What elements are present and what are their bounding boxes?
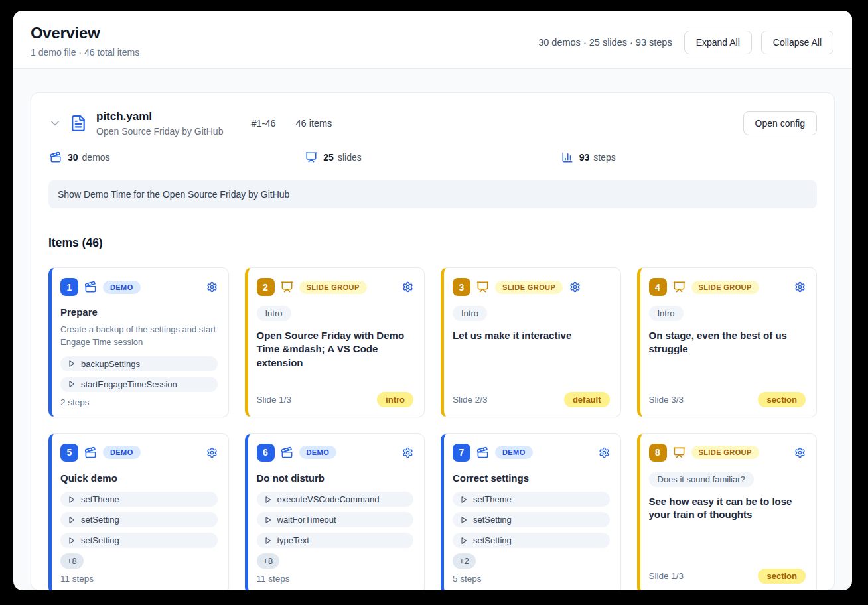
slide-group-name-pill: Intro bbox=[257, 306, 291, 321]
step-name: startEngageTimeSession bbox=[81, 379, 177, 389]
item-card-header: 4SLIDE GROUP bbox=[649, 278, 806, 296]
item-title: Let us make it interactive bbox=[453, 329, 610, 342]
slide-counter: Slide 3/3 bbox=[649, 395, 684, 405]
item-card-header: 6DEMO bbox=[257, 444, 414, 462]
stat-demos-value: 30 bbox=[68, 152, 78, 163]
gear-icon[interactable] bbox=[402, 281, 413, 293]
play-icon bbox=[68, 537, 76, 545]
clapperboard-icon bbox=[50, 151, 62, 163]
item-card-3[interactable]: 3SLIDE GROUPIntroLet us make it interact… bbox=[441, 267, 621, 417]
item-footer: 11 steps bbox=[257, 574, 414, 584]
demo-file-card: pitch.yaml Open Source Friday by GitHub … bbox=[31, 92, 835, 590]
clapperboard-icon bbox=[281, 446, 293, 459]
gear-icon[interactable] bbox=[794, 281, 806, 293]
more-steps-pill: +8 bbox=[257, 553, 280, 569]
more-steps-pill: +8 bbox=[60, 553, 84, 569]
presentation-icon bbox=[281, 281, 293, 293]
page-header: Overview 1 demo file · 46 total items 30… bbox=[13, 11, 852, 69]
item-number-badge: 3 bbox=[453, 278, 470, 296]
play-icon bbox=[68, 496, 76, 504]
step-name: setTheme bbox=[473, 494, 512, 504]
step-pill: setSetting bbox=[60, 512, 218, 527]
item-card-header: 1DEMO bbox=[60, 278, 218, 296]
item-number-badge: 8 bbox=[649, 444, 667, 462]
step-pill: setTheme bbox=[453, 492, 610, 507]
bar-chart-icon bbox=[561, 151, 573, 163]
play-icon bbox=[264, 496, 272, 504]
page-subtitle: 1 demo file · 46 total items bbox=[31, 47, 139, 58]
item-card-7[interactable]: 7DEMOCorrect settingssetThemesetSettings… bbox=[441, 433, 621, 590]
item-footer: 2 steps bbox=[60, 397, 218, 407]
clapperboard-icon bbox=[84, 281, 97, 293]
step-name: executeVSCodeCommand bbox=[277, 494, 380, 504]
item-card-header: 7DEMO bbox=[453, 444, 610, 462]
steps-count: 11 steps bbox=[257, 574, 290, 584]
step-pill: executeVSCodeCommand bbox=[257, 492, 414, 507]
item-title: Open Source Friday with Demo Time &mdash… bbox=[257, 329, 414, 370]
file-meta: #1-46 46 items bbox=[251, 118, 332, 129]
item-number-badge: 1 bbox=[60, 278, 78, 296]
item-number-badge: 6 bbox=[257, 444, 275, 462]
items-heading: Items (46) bbox=[48, 236, 817, 250]
presentation-icon bbox=[673, 281, 686, 293]
file-description: Open Source Friday by GitHub bbox=[96, 126, 223, 137]
item-card-header: 3SLIDE GROUP bbox=[453, 278, 610, 296]
presentation-icon bbox=[476, 281, 489, 293]
chevron-down-icon[interactable] bbox=[48, 117, 62, 130]
item-card-8[interactable]: 8SLIDE GROUPDoes it sound familiar?See h… bbox=[637, 433, 818, 590]
stats-summary: 30 demos · 25 slides · 93 steps bbox=[538, 37, 672, 48]
item-footer: 11 steps bbox=[60, 574, 218, 584]
clapperboard-icon bbox=[476, 446, 489, 459]
item-type-badge: SLIDE GROUP bbox=[495, 281, 563, 294]
step-name: setSetting bbox=[473, 515, 512, 525]
gear-icon[interactable] bbox=[402, 447, 413, 458]
gear-icon[interactable] bbox=[599, 447, 610, 458]
play-icon bbox=[264, 537, 272, 545]
stat-steps-value: 93 bbox=[579, 152, 590, 163]
stat-slides-label: slides bbox=[338, 152, 362, 163]
file-note: Show Demo Time for the Open Source Frida… bbox=[48, 180, 817, 208]
step-pill: setSetting bbox=[60, 533, 218, 548]
item-number-badge: 2 bbox=[257, 278, 275, 296]
step-name: typeText bbox=[277, 535, 309, 545]
slide-group-name-pill: Intro bbox=[649, 306, 684, 321]
slide-layout-badge: section bbox=[758, 392, 806, 407]
content-area: pitch.yaml Open Source Friday by GitHub … bbox=[13, 69, 852, 590]
gear-icon[interactable] bbox=[794, 447, 806, 458]
step-pill: waitForTimeout bbox=[257, 512, 414, 527]
item-title: Prepare bbox=[60, 306, 218, 319]
page-title: Overview bbox=[31, 24, 139, 42]
item-card-6[interactable]: 6DEMODo not disturbexecuteVSCodeCommandw… bbox=[245, 433, 425, 590]
presentation-icon bbox=[673, 446, 686, 459]
slide-counter: Slide 1/3 bbox=[649, 571, 684, 581]
item-title: Correct settings bbox=[453, 472, 610, 485]
open-config-button[interactable]: Open config bbox=[743, 111, 818, 135]
gear-icon[interactable] bbox=[206, 447, 218, 458]
page-header-left: Overview 1 demo file · 46 total items bbox=[31, 24, 139, 58]
step-name: setTheme bbox=[81, 494, 119, 504]
gear-icon[interactable] bbox=[569, 281, 581, 293]
step-name: setSetting bbox=[81, 535, 119, 545]
play-icon bbox=[68, 516, 76, 524]
item-title: Do not disturb bbox=[257, 472, 414, 485]
step-name: setSetting bbox=[473, 535, 512, 545]
steps-count: 11 steps bbox=[60, 574, 94, 584]
item-card-1[interactable]: 1DEMOPrepareCreate a backup of the setti… bbox=[48, 267, 229, 417]
file-text-icon bbox=[70, 115, 87, 132]
slide-counter: Slide 1/3 bbox=[257, 395, 292, 405]
collapse-all-button[interactable]: Collapse All bbox=[761, 31, 833, 54]
slide-group-name-pill: Intro bbox=[453, 306, 487, 321]
item-card-2[interactable]: 2SLIDE GROUPIntroOpen Source Friday with… bbox=[245, 267, 425, 417]
expand-all-button[interactable]: Expand All bbox=[684, 31, 752, 54]
gear-icon[interactable] bbox=[206, 281, 218, 293]
stat-demos-label: demos bbox=[82, 152, 110, 163]
stat-steps: 93 steps bbox=[561, 151, 817, 163]
steps-count: 5 steps bbox=[453, 574, 482, 584]
item-card-4[interactable]: 4SLIDE GROUPIntroOn stage, even the best… bbox=[637, 267, 818, 417]
play-icon bbox=[460, 496, 468, 504]
item-card-5[interactable]: 5DEMOQuick demosetThemesetSettingsetSett… bbox=[48, 433, 229, 590]
file-name: pitch.yaml bbox=[96, 110, 223, 123]
play-icon bbox=[460, 516, 468, 524]
play-icon bbox=[460, 537, 468, 545]
file-header: pitch.yaml Open Source Friday by GitHub … bbox=[48, 110, 817, 137]
